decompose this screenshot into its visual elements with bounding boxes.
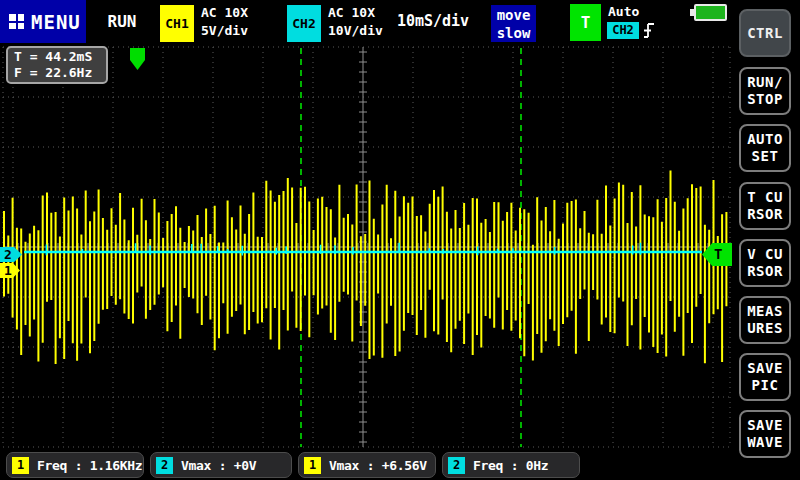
button-label: RSOR	[747, 263, 783, 280]
ch2-settings: AC 10X10V/div	[328, 4, 383, 40]
button-label: CTRL	[747, 25, 783, 42]
button-label: V CU	[747, 246, 783, 263]
ch1-scale: 5V/div	[201, 23, 248, 38]
ch2-badge[interactable]: CH2	[287, 5, 321, 42]
save-wave-button[interactable]: SAVEWAVE	[739, 410, 791, 458]
measurement-chip: 2 Vmax : +0V	[150, 452, 292, 478]
trigger-badge[interactable]: T	[570, 4, 601, 41]
measurement-value: Vmax : +6.56V	[329, 458, 427, 473]
rising-edge-icon	[642, 21, 655, 40]
trigger-mode: Auto	[608, 4, 639, 19]
menu-label: MENU	[31, 11, 81, 33]
button-label: RUN/	[747, 74, 783, 91]
run-stop-button[interactable]: RUN/STOP	[739, 67, 791, 115]
button-label: AUTO	[747, 131, 783, 148]
ch1-measure-badge: 1	[304, 457, 321, 474]
grid-menu-icon	[9, 14, 24, 29]
button-label: RSOR	[747, 206, 783, 223]
ch1-coupling: AC 10X	[201, 5, 248, 20]
waveform-display[interactable]: 2 1 T T = 44.2mSF = 22.6Hz	[0, 44, 733, 450]
battery-icon	[694, 4, 727, 21]
button-label: SET	[752, 148, 779, 165]
menu-button[interactable]: MENU	[0, 0, 86, 43]
v-cursor-button[interactable]: V CURSOR	[739, 239, 791, 287]
ctrl-button[interactable]: CTRL	[739, 9, 791, 57]
ch2-measure-badge: 2	[448, 457, 465, 474]
move-label: move	[497, 7, 531, 23]
timebase-setting[interactable]: 10mS/div	[394, 0, 472, 43]
button-label: PIC	[752, 377, 779, 394]
ch1-settings: AC 10X5V/div	[201, 4, 248, 40]
measurement-chip: 1 Freq : 1.16KHz	[6, 452, 144, 478]
ch2-measure-badge: 2	[156, 457, 173, 474]
slow-label: slow	[497, 25, 531, 41]
button-label: URES	[747, 320, 783, 337]
ch1-badge[interactable]: CH1	[160, 5, 194, 42]
measurement-value: Freq : 0Hz	[473, 458, 548, 473]
acquisition-status: RUN	[98, 0, 146, 43]
trigger-source-badge[interactable]: CH2	[607, 22, 639, 39]
oscilloscope-screen: { "topbar": { "menu_label": "MENU", "run…	[0, 0, 800, 480]
button-label: MEAS	[747, 303, 783, 320]
button-label: STOP	[747, 91, 783, 108]
button-label: SAVE	[747, 360, 783, 377]
auto-set-button[interactable]: AUTOSET	[739, 124, 791, 172]
cursor-readout-box: T = 44.2mSF = 22.6Hz	[6, 46, 108, 84]
measurement-chip: 2 Freq : 0Hz	[442, 452, 580, 478]
save-pic-button[interactable]: SAVEPIC	[739, 353, 791, 401]
measurement-chip: 1 Vmax : +6.56V	[298, 452, 436, 478]
button-label: T CU	[747, 189, 783, 206]
ch1-measure-badge: 1	[12, 457, 29, 474]
ch2-scale: 10V/div	[328, 23, 383, 38]
scope-canvas[interactable]	[0, 44, 733, 450]
t-cursor-button[interactable]: T CURSOR	[739, 182, 791, 230]
button-label: SAVE	[747, 417, 783, 434]
move-speed-button[interactable]: moveslow	[491, 5, 536, 42]
measures-button[interactable]: MEASURES	[739, 296, 791, 344]
measurement-value: Freq : 1.16KHz	[37, 458, 142, 473]
measurement-value: Vmax : +0V	[181, 458, 256, 473]
cursor-time-value: T = 44.2mS	[14, 49, 92, 64]
ch2-coupling: AC 10X	[328, 5, 375, 20]
button-label: WAVE	[747, 434, 783, 451]
cursor-freq-value: F = 22.6Hz	[14, 65, 92, 80]
